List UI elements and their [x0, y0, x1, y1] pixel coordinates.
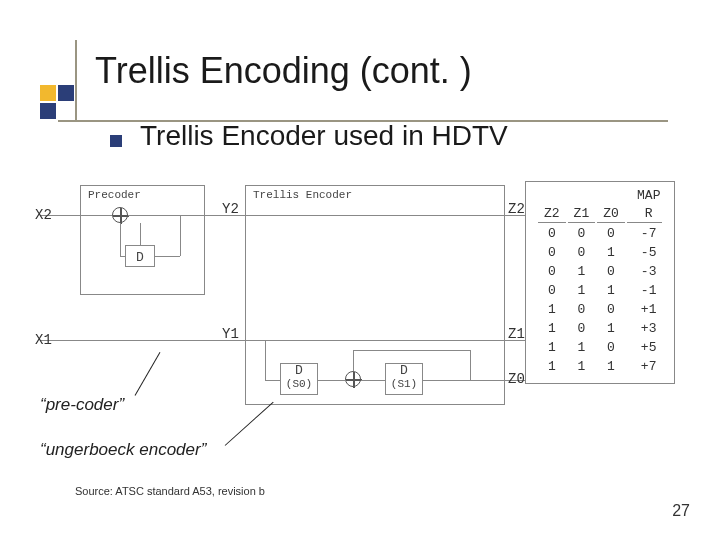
bullet-text: Trellis Encoder used in HDTV — [140, 120, 508, 152]
map-table: Z2 Z1 Z0 R 000-7 001-5 010-3 011-1 100+1… — [536, 203, 664, 377]
xor-trellis-icon — [345, 371, 361, 387]
page-number: 27 — [672, 502, 690, 520]
annotation-ungerboeck: “ungerboeck encoder” — [40, 440, 206, 460]
slide: Trellis Encoding (cont. ) Trellis Encode… — [0, 0, 720, 540]
delay-precoder: D — [125, 245, 155, 267]
sig-x1: X1 — [35, 332, 52, 348]
sig-x2: X2 — [35, 207, 52, 223]
delay-s0: D (S0) — [280, 363, 318, 395]
title-rule-v — [75, 40, 77, 120]
map-block: MAP Z2 Z1 Z0 R 000-7 001-5 010-3 011-1 1… — [525, 181, 675, 384]
source-citation: Source: ATSC standard A53, revision b — [75, 485, 265, 497]
trellis-label: Trellis Encoder — [253, 189, 352, 201]
trellis-diagram: Precoder D Trellis Encoder D (S0) D ( — [40, 185, 680, 435]
sig-z0: Z0 — [508, 371, 525, 387]
page-title: Trellis Encoding (cont. ) — [95, 50, 472, 92]
sig-z1: Z1 — [508, 326, 525, 342]
sig-y1: Y1 — [222, 326, 239, 342]
xor-precoder-icon — [112, 207, 128, 223]
bullet-icon — [110, 135, 122, 147]
map-label: MAP — [536, 188, 664, 203]
sig-z2: Z2 — [508, 201, 525, 217]
annotation-precoder: “pre-coder” — [40, 395, 124, 415]
precoder-label: Precoder — [88, 189, 141, 201]
precoder-block — [80, 185, 205, 295]
delay-s1: D (S1) — [385, 363, 423, 395]
sig-y2: Y2 — [222, 201, 239, 217]
